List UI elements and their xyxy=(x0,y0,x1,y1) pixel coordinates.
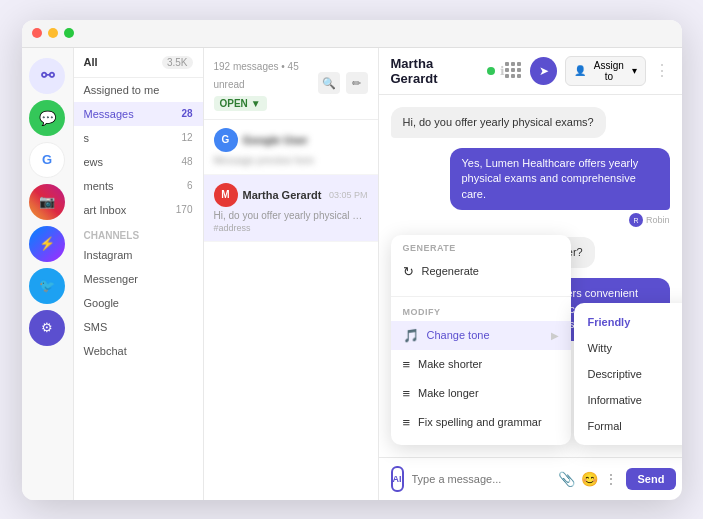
sidebar-item-twitter[interactable]: 🐦 xyxy=(29,268,65,304)
assign-button[interactable]: 👤 Assign to ▾ xyxy=(565,56,645,86)
menu-item-left: ≡ Fix spelling and grammar xyxy=(403,415,542,430)
inbox-item-webchat[interactable]: Webchat xyxy=(74,339,203,363)
inbox-item-messenger[interactable]: Messenger xyxy=(74,267,203,291)
more-options-icon[interactable]: ⋮ xyxy=(654,61,670,80)
conv-item-martha[interactable]: M Martha Gerardt 03:05 PM Hi, do you off… xyxy=(204,175,378,242)
chat-panel: Martha Gerardt ℹ xyxy=(379,48,682,500)
chat-contact-info: Martha Gerardt ℹ xyxy=(391,56,505,86)
sidebar-item-instagram[interactable]: 📷 xyxy=(29,184,65,220)
twitter-icon: 🐦 xyxy=(39,278,55,293)
main-panel: All 3.5K Assigned to me Messages 28 s 12… xyxy=(74,48,682,500)
minimize-dot[interactable] xyxy=(48,28,58,38)
grid-view-icon[interactable] xyxy=(505,62,522,80)
inbox-item-google[interactable]: Google xyxy=(74,291,203,315)
regenerate-item[interactable]: ↻ Regenerate xyxy=(391,257,571,286)
assign-label: Assign to xyxy=(589,60,628,82)
inbox-item-ews[interactable]: ews 48 xyxy=(74,150,203,174)
conversation-list: 192 messages • 45 unread OPEN ▼ 🔍 ✏ xyxy=(204,48,379,500)
menu-item-left: ↻ Regenerate xyxy=(403,264,480,279)
tone-item-witty[interactable]: Witty xyxy=(574,335,682,361)
ai-dropdown-panel: GENERATE ↻ Regenerate MODIFY xyxy=(391,235,571,445)
inbox-item-label: Messages xyxy=(84,108,134,120)
inbox-all-label: All xyxy=(84,56,98,68)
generate-section-label: GENERATE xyxy=(391,243,571,257)
grid-dot xyxy=(517,68,521,72)
chat-header: Martha Gerardt ℹ xyxy=(379,48,682,95)
inbox-item-count: 12 xyxy=(181,132,192,143)
tone-item-friendly[interactable]: Friendly xyxy=(574,309,682,335)
sidebar-item-messages[interactable]: 💬 xyxy=(29,100,65,136)
ai-label: AI xyxy=(393,474,402,484)
inbox-channel-label: Google xyxy=(84,297,119,309)
more-button[interactable]: ⋮ xyxy=(604,471,618,487)
conv-avatar-martha: M xyxy=(214,183,238,207)
inbox-item-ments[interactable]: ments 6 xyxy=(74,174,203,198)
grid-dot xyxy=(517,62,521,66)
inbox-channel-label: SMS xyxy=(84,321,108,333)
ai-badge-button[interactable]: AI xyxy=(391,466,404,492)
conv-compose-button[interactable]: ✏ xyxy=(346,72,368,94)
inbox-item-assigned[interactable]: Assigned to me xyxy=(74,78,203,102)
change-tone-item[interactable]: 🎵 Change tone ▶ xyxy=(391,321,571,350)
inbox-item-s[interactable]: s 12 xyxy=(74,126,203,150)
tone-label: Friendly xyxy=(588,316,631,328)
inbox-item-count: 6 xyxy=(187,180,193,191)
grid-dot xyxy=(517,74,521,78)
chat-input-area: AI 📎 😊 ⋮ Send xyxy=(379,457,682,500)
online-status-dot xyxy=(487,67,495,75)
tone-item-formal[interactable]: Formal xyxy=(574,413,682,439)
sidebar-item-google[interactable]: G xyxy=(29,142,65,178)
inbox-item-messages[interactable]: Messages 28 xyxy=(74,102,203,126)
menu-item-left: ≡ Make longer xyxy=(403,386,479,401)
grid-dot xyxy=(511,68,515,72)
message-sender: R Robin xyxy=(629,213,670,227)
make-shorter-item[interactable]: ≡ Make shorter xyxy=(391,350,571,379)
emoji-button[interactable]: 😊 xyxy=(581,471,598,487)
inbox-channel-label: Messenger xyxy=(84,273,138,285)
sidebar-item-birdview[interactable]: ⚯ xyxy=(29,58,65,94)
dropdown-arrow-icon: ▼ xyxy=(251,98,261,109)
hub-icon: ⚙ xyxy=(41,320,53,335)
tone-item-informative[interactable]: Informative xyxy=(574,387,682,413)
message-input[interactable] xyxy=(412,473,550,485)
menu-item-left: ≡ Make shorter xyxy=(403,357,483,372)
modify-section: MODIFY 🎵 Change tone ▶ ≡ Make shorter xyxy=(391,299,571,445)
google-icon: G xyxy=(42,152,52,167)
fix-spelling-item[interactable]: ≡ Fix spelling and grammar xyxy=(391,408,571,437)
nav-arrow-button[interactable]: ➤ xyxy=(530,57,557,85)
app-body: ⚯ 💬 G 📷 ⚡ 🐦 ⚙ xyxy=(22,48,682,500)
inbox-list: All 3.5K Assigned to me Messages 28 s 12… xyxy=(74,48,204,500)
conv-item-header: G Google User xyxy=(214,128,368,152)
sidebar-item-messenger[interactable]: ⚡ xyxy=(29,226,65,262)
tone-item-descriptive[interactable]: Descriptive xyxy=(574,361,682,387)
inbox-item-count: 170 xyxy=(176,204,193,215)
close-dot[interactable] xyxy=(32,28,42,38)
make-longer-item[interactable]: ≡ Make longer xyxy=(391,379,571,408)
browser-window: ⚯ 💬 G 📷 ⚡ 🐦 ⚙ xyxy=(22,20,682,500)
inbox-item-sms[interactable]: SMS xyxy=(74,315,203,339)
conv-stats: 192 messages • 45 unread xyxy=(214,61,299,90)
grid-dot xyxy=(511,62,515,66)
conv-item-label: #address xyxy=(214,223,368,233)
maximize-dot[interactable] xyxy=(64,28,74,38)
grid-dot xyxy=(511,74,515,78)
conv-search-button[interactable]: 🔍 xyxy=(318,72,340,94)
sender-avatar: R xyxy=(629,213,643,227)
tone-label: Witty xyxy=(588,342,612,354)
inbox-list-header: All 3.5K xyxy=(74,48,203,78)
conv-item-header: M Martha Gerardt 03:05 PM xyxy=(214,183,368,207)
sidebar-item-hub[interactable]: ⚙ xyxy=(29,310,65,346)
grid-dot xyxy=(505,62,509,66)
generate-section: GENERATE ↻ Regenerate xyxy=(391,235,571,294)
fix-spelling-label: Fix spelling and grammar xyxy=(418,416,542,428)
inbox-item-smart[interactable]: art Inbox 170 xyxy=(74,198,203,222)
divider xyxy=(391,296,571,297)
make-shorter-label: Make shorter xyxy=(418,358,482,370)
conv-item-time: 03:05 PM xyxy=(329,190,368,200)
attachment-button[interactable]: 📎 xyxy=(558,471,575,487)
inbox-item-instagram[interactable]: Instagram xyxy=(74,243,203,267)
conv-item-google[interactable]: G Google User Message preview here xyxy=(204,120,378,175)
shorter-icon: ≡ xyxy=(403,357,411,372)
inbox-channel-label: Instagram xyxy=(84,249,133,261)
send-button[interactable]: Send xyxy=(626,468,677,490)
